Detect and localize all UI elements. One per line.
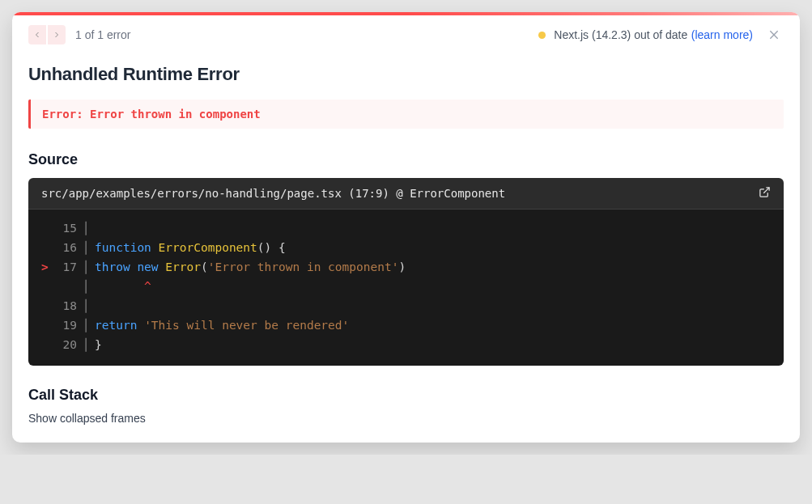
code-line: 20 │ } [41, 336, 771, 355]
source-heading: Source [28, 151, 784, 168]
code-content: throw new Error('Error thrown in compone… [95, 258, 406, 277]
line-number: 18 [53, 297, 77, 316]
chevron-left-icon [32, 30, 42, 40]
line-number: 20 [53, 336, 77, 355]
code-content: return 'This will never be rendered' [95, 316, 349, 336]
source-file-location: src/app/examples/errors/no-handling/page… [41, 187, 505, 200]
svg-line-2 [763, 188, 769, 193]
error-caret: ^ [95, 277, 151, 297]
source-code-block: 15 │ 16 │ function ErrorComponent() { > … [28, 210, 784, 366]
line-number: 16 [53, 239, 77, 258]
warning-dot-icon [538, 32, 546, 39]
show-collapsed-frames-toggle[interactable]: Show collapsed frames [28, 412, 784, 425]
version-label: Next.js (14.2.3) out of date [554, 28, 687, 41]
error-nav-group [28, 25, 66, 44]
line-number: 15 [53, 219, 77, 239]
code-caret-line: │ ^ [41, 277, 771, 297]
close-button[interactable] [764, 25, 784, 44]
header-left-group: 1 of 1 error [28, 25, 130, 44]
code-line-active: > 17 │ throw new Error('Error thrown in … [41, 258, 771, 277]
line-number: 17 [53, 258, 77, 277]
learn-more-link[interactable]: (learn more) [691, 28, 753, 41]
code-line: 19 │ return 'This will never be rendered… [41, 316, 771, 336]
open-in-editor-button[interactable] [759, 186, 771, 201]
dialog-content: Unhandled Runtime Error Error: Error thr… [12, 51, 800, 443]
next-error-button[interactable] [48, 25, 66, 44]
header-right-group: Next.js (14.2.3) out of date (learn more… [538, 25, 784, 44]
close-icon [767, 28, 780, 41]
external-link-icon [759, 186, 771, 198]
chevron-right-icon [52, 30, 62, 40]
error-message-box: Error: Error thrown in component [28, 100, 784, 129]
dialog-header: 1 of 1 error Next.js (14.2.3) out of dat… [12, 15, 800, 51]
error-dialog: 1 of 1 error Next.js (14.2.3) out of dat… [12, 12, 800, 443]
error-title: Unhandled Runtime Error [28, 64, 784, 85]
version-status-text: Next.js (14.2.3) out of date (learn more… [554, 28, 753, 42]
source-file-header: src/app/examples/errors/no-handling/page… [28, 178, 784, 210]
code-line: 15 │ [41, 219, 771, 239]
error-count-label: 1 of 1 error [75, 28, 130, 41]
error-line-marker: > [41, 258, 53, 277]
code-line: 16 │ function ErrorComponent() { [41, 239, 771, 258]
code-line: 18 │ [41, 297, 771, 316]
code-content: function ErrorComponent() { [95, 239, 286, 258]
line-number: 19 [53, 316, 77, 336]
prev-error-button[interactable] [28, 25, 46, 44]
call-stack-heading: Call Stack [28, 387, 784, 404]
code-content: } [95, 336, 102, 355]
